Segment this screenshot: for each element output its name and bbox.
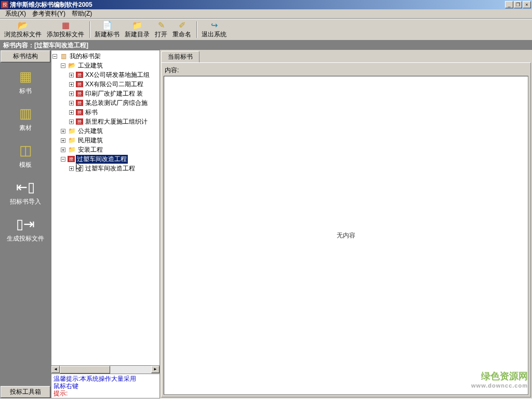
expand-icon[interactable]: +	[69, 166, 74, 171]
bookshelf-icon: ▥	[59, 52, 68, 60]
tree-industrial[interactable]: − 📂 工业建筑	[52, 61, 158, 70]
expand-icon[interactable]: +	[69, 119, 74, 124]
sidebar-item-template[interactable]: ◫ 模板	[17, 142, 34, 169]
expand-icon[interactable]: +	[69, 101, 74, 105]
separator	[89, 21, 90, 38]
tab-structure[interactable]: 标书结构	[1, 50, 50, 62]
tree-item[interactable]: +授印刷厂改扩建工程 装	[52, 89, 158, 98]
tree-panel: − ▥ 我的标书架 − 📂 工业建筑 +授XX公司研发基地施工组+授XX有限公司…	[51, 50, 160, 398]
expand-icon[interactable]: +	[61, 148, 65, 152]
import-icon: ⇤▯	[17, 179, 34, 195]
app-icon: 授	[1, 1, 8, 8]
maximize-button[interactable]: ❐	[514, 1, 522, 8]
page-icon	[76, 165, 83, 171]
expand-icon[interactable]: +	[69, 82, 74, 87]
exit-icon: ↪	[209, 20, 219, 30]
menu-reference[interactable]: 参考资料(Y)	[29, 9, 69, 19]
main-panel: 当前标书 内容: 无内容	[160, 50, 532, 398]
sidebar-item-material[interactable]: ▥ 素材	[17, 105, 34, 132]
template-icon: ◫	[17, 142, 34, 158]
doc-icon: 授	[76, 109, 83, 115]
tree-item[interactable]: +授新里程大厦施工组织计	[52, 117, 158, 126]
tree-item[interactable]: +授某总装测试厂房综合施	[52, 98, 158, 108]
pencil-icon: ✎	[156, 20, 166, 30]
menubar: 系统(X) 参考资料(Y) 帮助(Z)	[0, 9, 532, 19]
sidebar: 标书结构 ▦ 标书 ▥ 素材 ◫ 模板 ⇤▯ 招标书导入 ▯⇥ 生成投标文件	[0, 50, 51, 398]
tab-toolbox[interactable]: 投标工具箱	[1, 386, 50, 398]
folder-icon: 📁	[68, 137, 76, 144]
scroll-thumb[interactable]	[60, 366, 110, 374]
tab-current[interactable]: 当前标书	[161, 51, 200, 62]
collapse-icon[interactable]: −	[61, 63, 65, 68]
minimize-button[interactable]: _	[505, 1, 513, 8]
generate-icon: ▯⇥	[17, 216, 34, 232]
tree-item[interactable]: +授XX公司研发基地施工组	[52, 70, 158, 79]
doc-icon: 授	[68, 156, 75, 162]
app-title: 清华斯维尔标书编制软件2005	[10, 1, 505, 9]
content-area: 无内容	[164, 76, 528, 395]
doc-icon: 授	[76, 118, 83, 125]
scroll-left-icon[interactable]: ◄	[51, 366, 60, 373]
material-icon: ▥	[17, 105, 34, 122]
tree-item[interactable]: +授XX有限公司二期工程	[52, 79, 158, 89]
tree-selected-child[interactable]: +过塑车间改造工程	[52, 164, 158, 173]
tree-install[interactable]: +📁安装工程	[52, 145, 158, 154]
new-doc-icon: 📄	[102, 20, 112, 30]
tree-view[interactable]: − ▥ 我的标书架 − 📂 工业建筑 +授XX公司研发基地施工组+授XX有限公司…	[51, 50, 159, 365]
folder-open-icon: 📂	[68, 62, 76, 69]
separator	[196, 21, 197, 38]
doc-icon: 授	[76, 90, 83, 97]
collapse-icon[interactable]: −	[61, 157, 65, 162]
titlebar: 授 清华斯维尔标书编制软件2005 _ ❐ ×	[0, 0, 532, 9]
tree-hint: 温馨提示:本系统操作大量采用 鼠标右键 提示:	[51, 374, 159, 398]
tab-strip: 当前标书	[161, 51, 531, 62]
expand-icon[interactable]: +	[69, 110, 74, 115]
scroll-right-icon[interactable]: ►	[151, 366, 159, 373]
newbook-button[interactable]: 📄 新建标书	[92, 20, 122, 39]
expand-icon[interactable]: +	[69, 91, 74, 96]
close-button[interactable]: ×	[523, 1, 531, 8]
expand-icon[interactable]: +	[61, 129, 65, 134]
doc-icon: 授	[76, 81, 83, 87]
rename-button[interactable]: ✐ 重命名	[170, 20, 193, 39]
content-label: 内容:	[164, 65, 528, 76]
sidebar-item-import[interactable]: ⇤▯ 招标书导入	[10, 179, 41, 206]
horizontal-scrollbar[interactable]: ◄ ►	[51, 365, 159, 374]
new-folder-icon: 📁	[132, 20, 142, 30]
doc-icon: 授	[76, 72, 83, 78]
sidebar-item-book[interactable]: ▦ 标书	[17, 68, 34, 96]
doc-add-icon: ▦	[60, 20, 71, 30]
empty-text: 无内容	[337, 231, 355, 240]
folder-open-icon: 📂	[18, 20, 28, 30]
expand-icon[interactable]: +	[69, 73, 74, 77]
folder-icon: 📁	[68, 146, 76, 153]
tree-public[interactable]: +📁公共建筑	[52, 126, 158, 136]
workspace: 标书结构 ▦ 标书 ▥ 素材 ◫ 模板 ⇤▯ 招标书导入 ▯⇥ 生成投标文件	[0, 50, 532, 398]
tree-residential[interactable]: +📁民用建筑	[52, 136, 158, 145]
folder-icon: 📁	[68, 127, 76, 135]
newdir-button[interactable]: 📁 新建目录	[123, 20, 152, 39]
browse-button[interactable]: 📂 浏览投标文件	[2, 20, 44, 39]
toolbar: 📂 浏览投标文件 ▦ 添加投标文件 📄 新建标书 📁 新建目录 ✎ 打开 ✐ 重…	[0, 19, 532, 41]
tree-item[interactable]: +授标书	[52, 108, 158, 117]
expand-icon[interactable]: +	[61, 138, 65, 143]
edit-icon: ✐	[177, 20, 187, 30]
content-header: 标书内容：[过塑车间改造工程]	[0, 41, 532, 50]
doc-icon: 授	[76, 100, 83, 106]
menu-help[interactable]: 帮助(Z)	[69, 9, 95, 19]
book-icon: ▦	[17, 68, 34, 85]
sidebar-item-generate[interactable]: ▯⇥ 生成投标文件	[7, 216, 44, 243]
add-button[interactable]: ▦ 添加投标文件	[45, 20, 86, 39]
open-button[interactable]: ✎ 打开	[153, 20, 169, 39]
menu-system[interactable]: 系统(X)	[2, 9, 29, 19]
tree-root[interactable]: − ▥ 我的标书架	[52, 51, 158, 61]
collapse-icon[interactable]: −	[52, 54, 57, 59]
tree-selected[interactable]: − 授 过塑车间改造工程	[52, 154, 158, 164]
exit-button[interactable]: ↪ 退出系统	[200, 20, 229, 39]
